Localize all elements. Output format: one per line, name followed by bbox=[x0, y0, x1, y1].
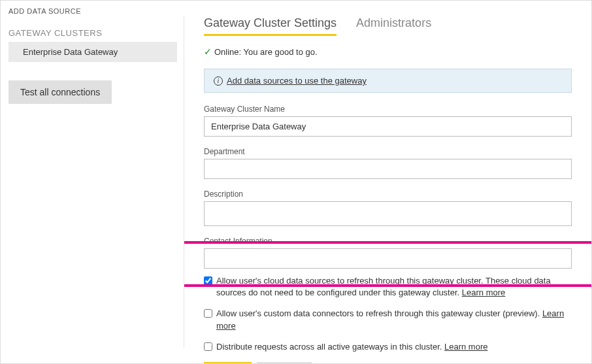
apply-button[interactable]: Apply bbox=[204, 362, 252, 363]
info-icon: i bbox=[214, 76, 223, 86]
gateway-clusters-heading: GATEWAY CLUSTERS bbox=[8, 28, 177, 38]
label-contact: Contact Information bbox=[204, 237, 572, 246]
status-text: Online: You are good to go. bbox=[214, 47, 318, 57]
checkbox-label-connectors: Allow user's custom data connectors to r… bbox=[216, 308, 572, 331]
status-line: ✓ Online: You are good to go. bbox=[204, 46, 572, 57]
label-cluster-name: Gateway Cluster Name bbox=[204, 105, 572, 114]
tab-gateway-cluster-settings[interactable]: Gateway Cluster Settings bbox=[204, 16, 337, 36]
checkbox-label-cloud: Allow user's cloud data sources to refre… bbox=[216, 275, 572, 299]
add-data-source-link[interactable]: ADD DATA SOURCE bbox=[8, 7, 177, 15]
tab-administrators[interactable]: Administrators bbox=[356, 16, 431, 36]
test-all-connections-button[interactable]: Test all connections bbox=[8, 80, 112, 104]
checkbox-allow-custom-connectors[interactable] bbox=[204, 309, 212, 318]
label-department: Department bbox=[204, 147, 572, 156]
info-banner: i Add data sources to use the gateway bbox=[204, 69, 572, 93]
input-contact[interactable] bbox=[204, 248, 572, 269]
input-cluster-name[interactable] bbox=[204, 116, 572, 137]
label-description: Description bbox=[204, 190, 572, 199]
add-data-sources-link[interactable]: Add data sources to use the gateway bbox=[227, 76, 367, 86]
discard-button[interactable]: Discard bbox=[257, 362, 312, 363]
checkbox-allow-cloud-data-sources[interactable] bbox=[204, 276, 212, 285]
learn-more-cloud[interactable]: Learn more bbox=[462, 288, 505, 297]
cluster-item[interactable]: Enterprise Data Gateway bbox=[8, 42, 177, 62]
check-icon: ✓ bbox=[204, 46, 212, 57]
learn-more-distribute[interactable]: Learn more bbox=[444, 342, 487, 352]
input-description[interactable] bbox=[204, 201, 572, 226]
input-department[interactable] bbox=[204, 159, 572, 179]
checkbox-label-distribute: Distribute requests across all active ga… bbox=[216, 341, 487, 353]
checkbox-distribute-requests[interactable] bbox=[204, 342, 212, 351]
